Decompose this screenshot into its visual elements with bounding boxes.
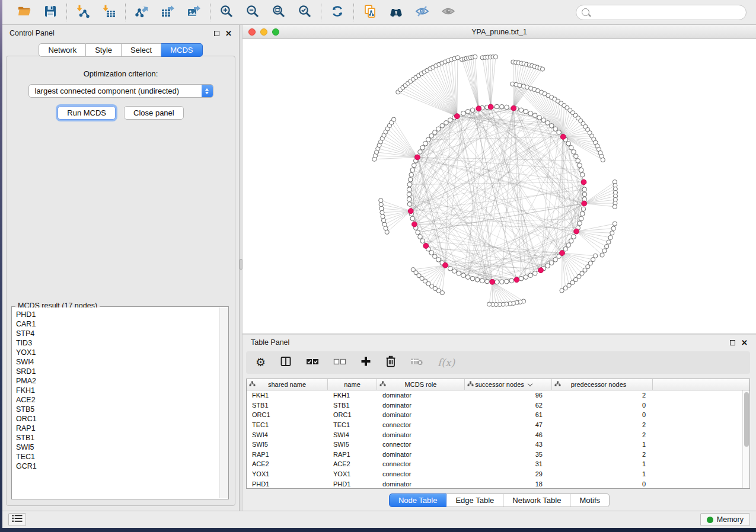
zoom-fit-button[interactable]	[271, 5, 286, 20]
close-table-panel-icon[interactable]: ✕	[741, 340, 748, 345]
table-cell: 2	[552, 392, 653, 399]
mcds-node-item[interactable]: FKH1	[16, 386, 219, 395]
mcds-node-item[interactable]: RAP1	[16, 424, 219, 433]
table-cell: RAP1	[328, 451, 377, 458]
mcds-node-item[interactable]: PHD1	[16, 310, 219, 319]
function-builder-button[interactable]: f(x)	[438, 355, 455, 370]
mcds-tab-content: Optimization criterion: largest connecte…	[6, 56, 235, 506]
show-columns-button[interactable]	[280, 355, 292, 370]
table-row[interactable]: PHD1PHD1dominator180	[247, 479, 742, 488]
mcds-node-item[interactable]: STP4	[16, 329, 219, 338]
table-cell: FKH1	[247, 392, 328, 399]
float-table-panel-icon[interactable]	[730, 340, 735, 345]
mcds-node-item[interactable]: ORC1	[16, 414, 219, 424]
zoom-selected-button[interactable]	[297, 5, 312, 20]
run-mcds-button[interactable]: Run MCDS	[58, 106, 116, 120]
tab-select[interactable]: Select	[122, 43, 161, 57]
column-header-name[interactable]: name	[328, 379, 377, 390]
search-all-networks-button[interactable]	[388, 5, 404, 20]
table-row[interactable]: SWI5SWI5connector431	[247, 440, 742, 450]
table-row[interactable]: FKH1FKH1dominator962	[247, 390, 742, 400]
mcds-node-item[interactable]: PMA2	[16, 376, 219, 386]
mcds-node-item[interactable]: STB1	[16, 433, 219, 443]
column-header-mcds-role[interactable]: MCDS role	[377, 379, 465, 390]
mcds-node-item[interactable]: SWI4	[16, 357, 219, 367]
export-image-button[interactable]	[186, 5, 202, 20]
mcds-node-item[interactable]: STB5	[16, 405, 219, 414]
table-row[interactable]: ORC1ORC1dominator610	[247, 410, 742, 420]
table-cell: dominator	[377, 402, 465, 409]
open-button[interactable]	[17, 5, 32, 20]
mcds-node-item[interactable]: CAR1	[16, 319, 219, 329]
memory-label: Memory	[717, 515, 744, 524]
file-group	[8, 5, 66, 20]
table-cell: 35	[465, 451, 552, 458]
column-header-successor-nodes[interactable]: successor nodes	[465, 379, 552, 390]
mcds-list-scrollbar[interactable]	[219, 307, 228, 498]
zoom-in-button[interactable]	[219, 5, 234, 20]
fx-icon: f(x)	[438, 357, 455, 368]
delete-button[interactable]	[385, 355, 396, 370]
tab-node-table[interactable]: Node Table	[389, 493, 447, 507]
mcds-node-item[interactable]: YOX1	[16, 348, 219, 357]
search-input[interactable]	[593, 8, 741, 17]
tab-motifs[interactable]: Motifs	[570, 493, 610, 507]
hide-selected-button[interactable]	[414, 5, 430, 20]
task-history-button[interactable]	[8, 513, 26, 526]
column-header-predecessor-nodes[interactable]: predecessor nodes	[552, 379, 653, 390]
table-row[interactable]: STB1STB1dominator620	[247, 400, 742, 411]
save-button[interactable]	[43, 5, 58, 20]
table-row[interactable]: RAP1RAP1dominator352	[247, 450, 742, 460]
float-panel-icon[interactable]	[214, 31, 219, 36]
import-table-button[interactable]	[101, 5, 117, 20]
copy-network-icon	[363, 4, 377, 21]
table-row[interactable]: TEC1TEC1connector472	[247, 420, 742, 430]
node-table: shared name name MCDS role successor nod…	[246, 379, 750, 489]
table-row[interactable]: ACE2ACE2connector311	[247, 459, 742, 469]
select-all-button[interactable]	[306, 355, 319, 370]
column-header-shared-name[interactable]: shared name	[247, 379, 328, 390]
unselect-all-icon	[333, 357, 346, 368]
mcds-node-item[interactable]: TEC1	[16, 452, 219, 462]
tab-mcds[interactable]: MCDS	[161, 43, 202, 57]
tab-network-table[interactable]: Network Table	[503, 493, 570, 507]
table-cell: RAP1	[247, 451, 328, 458]
criterion-dropdown[interactable]: largest connected component (undirected)	[28, 84, 213, 98]
table-cell: 1	[552, 470, 653, 477]
mcds-node-item[interactable]: SRD1	[16, 367, 219, 376]
mcds-result-list[interactable]: PHD1CAR1STP4TID3YOX1SWI4SRD1PMA2FKH1ACE2…	[12, 307, 219, 498]
columns-icon	[280, 355, 292, 370]
import-network-button[interactable]	[75, 5, 91, 20]
delete-table-button[interactable]	[410, 355, 423, 370]
table-cell: dominator	[377, 392, 465, 399]
table-row[interactable]: YOX1YOX1connector291	[247, 469, 742, 479]
show-all-button[interactable]	[441, 5, 456, 20]
mcds-node-item[interactable]: SWI5	[16, 443, 219, 452]
mcds-node-item[interactable]: TID3	[16, 338, 219, 348]
tab-style[interactable]: Style	[86, 43, 122, 57]
table-scrollbar[interactable]	[742, 390, 749, 488]
network-view[interactable]	[243, 39, 756, 334]
close-panel-icon[interactable]: ✕	[225, 31, 232, 36]
copy-network-button[interactable]	[362, 5, 378, 20]
table-cell: 18	[465, 480, 552, 488]
export-table-button[interactable]	[160, 5, 176, 20]
export-network-button[interactable]	[134, 5, 149, 20]
table-row[interactable]: SWI4SWI4dominator462	[247, 430, 742, 440]
mcds-node-item[interactable]: GCR1	[16, 462, 219, 471]
network-search-box[interactable]	[576, 5, 747, 20]
unselect-all-button[interactable]	[333, 355, 346, 370]
memory-button[interactable]: Memory	[700, 513, 750, 526]
tab-edge-table[interactable]: Edge Table	[446, 493, 503, 507]
close-panel-button[interactable]: Close panel	[124, 106, 184, 120]
zoom-out-button[interactable]	[245, 5, 260, 20]
tab-network[interactable]: Network	[39, 43, 86, 57]
table-cell: ORC1	[328, 411, 377, 418]
add-column-button[interactable]	[361, 355, 371, 370]
dropdown-stepper-icon	[202, 84, 213, 98]
refresh-button[interactable]	[330, 5, 345, 20]
table-scrollbar-thumb[interactable]	[744, 392, 749, 447]
table-settings-button[interactable]: ⚙	[256, 355, 266, 370]
eye-icon	[441, 4, 455, 21]
mcds-node-item[interactable]: ACE2	[16, 395, 219, 405]
